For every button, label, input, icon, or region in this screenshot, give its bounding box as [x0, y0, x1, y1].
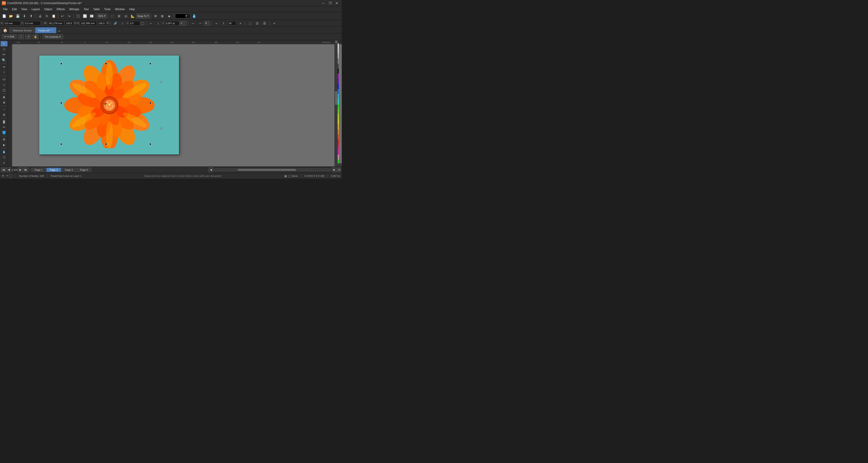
table-tool-button[interactable]: ⊞: [1, 100, 7, 105]
tab-welcome-screen[interactable]: Welcome Screen: [10, 27, 35, 33]
smart-draw-button[interactable]: ✏: [1, 125, 7, 130]
rotation-input[interactable]: [129, 21, 140, 26]
page-canvas[interactable]: [39, 56, 179, 155]
add-tab-button[interactable]: +: [57, 29, 61, 33]
align-nodes-button[interactable]: ☰: [261, 20, 268, 26]
width-input[interactable]: [47, 21, 64, 26]
stroke-width-input[interactable]: [164, 21, 179, 26]
width-pct-input[interactable]: [65, 21, 74, 26]
menu-window[interactable]: Window: [113, 7, 127, 11]
end-cap-button[interactable]: ─: [197, 20, 204, 26]
crop-tool-button[interactable]: ✂: [1, 52, 7, 57]
undo-button[interactable]: ↩: [59, 13, 66, 19]
import-button[interactable]: ⬇: [21, 13, 28, 19]
menu-view[interactable]: View: [19, 7, 29, 11]
export-button[interactable]: ⬆: [28, 13, 34, 19]
polygon-tool-button[interactable]: ⬠: [1, 88, 7, 93]
color-box[interactable]: ▾: [175, 13, 191, 19]
paste-button[interactable]: 📋: [51, 13, 57, 19]
page-tab-4[interactable]: Page 4: [76, 168, 91, 172]
transform-button[interactable]: ↕: [119, 20, 126, 26]
canvas-area[interactable]: 150 100 50 0 50 100 150 200 250 300 350 …: [8, 40, 342, 166]
mesh-fill-button[interactable]: ⊞: [1, 137, 7, 142]
horizontal-thumb[interactable]: [238, 169, 296, 171]
open-button[interactable]: 📂: [8, 13, 14, 19]
snap-view-button[interactable]: ◎: [123, 13, 129, 19]
interactive-fill-button[interactable]: ▓: [1, 119, 7, 124]
fit-contents-button[interactable]: Fit Contents ▾: [43, 34, 63, 39]
menu-edit[interactable]: Edit: [10, 7, 19, 11]
page-tab-2[interactable]: Page 2: [46, 168, 61, 172]
text-tool-button[interactable]: A: [1, 94, 7, 100]
print-button[interactable]: 🖨: [37, 13, 43, 19]
shape-tool-button[interactable]: ⬡: [1, 46, 7, 52]
settings-button[interactable]: ⚙: [152, 13, 159, 19]
eraser-tool-button[interactable]: ⬡: [1, 155, 7, 160]
nib-size-input[interactable]: [228, 21, 236, 26]
mirror-h-button2[interactable]: ↔: [148, 20, 154, 26]
tab-fondo-cdr[interactable]: Fondo.cdr* ✕: [35, 27, 57, 33]
scroll-up-button[interactable]: ▲: [335, 40, 338, 43]
color-eyedropper[interactable]: 💧: [191, 13, 197, 19]
dropper-tool-button[interactable]: 💧: [1, 149, 7, 154]
vertical-scrollbar[interactable]: ▲ ▼: [335, 40, 338, 166]
lock-ratio-button[interactable]: 🔗: [112, 20, 119, 26]
line-end-dropdown[interactable]: ▾: [204, 21, 210, 26]
edit-button[interactable]: ✏ ✏ Edit: [2, 34, 17, 39]
align-button[interactable]: ⬛: [75, 13, 81, 19]
scroll-left-arrow[interactable]: ◀: [209, 167, 213, 172]
menu-object[interactable]: Object: [42, 7, 55, 11]
center-handle[interactable]: [104, 102, 107, 106]
height-pct-input[interactable]: [97, 21, 106, 26]
prev-page-button[interactable]: ◀: [6, 167, 11, 172]
nodes-button[interactable]: ⌁: [213, 20, 219, 26]
copy-button[interactable]: ⎘: [43, 13, 50, 19]
next-page-button[interactable]: ▶: [18, 167, 23, 172]
fit-width-button[interactable]: ⊡: [337, 167, 341, 172]
pdf-button[interactable]: 📰: [88, 13, 95, 19]
frame-button[interactable]: ⬚: [18, 34, 24, 39]
menu-table[interactable]: Table: [91, 7, 102, 11]
extract-button[interactable]: ↗: [25, 34, 31, 39]
zoom-dropdown[interactable]: 50% ▾: [97, 13, 107, 19]
redo-button[interactable]: ↪: [66, 13, 72, 19]
scroll-track[interactable]: [335, 43, 338, 163]
mirror-v-button[interactable]: ↕: [155, 20, 161, 26]
handle-tc[interactable]: [105, 63, 107, 65]
handle-tl[interactable]: [60, 63, 62, 65]
horizontal-scrollbar[interactable]: [214, 168, 331, 171]
ellipse-tool-button[interactable]: ○: [1, 82, 7, 88]
y-coord-input[interactable]: [24, 21, 41, 26]
minimize-button[interactable]: ─: [320, 1, 327, 6]
close-button[interactable]: ✕: [334, 1, 340, 6]
menu-tools[interactable]: Tools: [102, 7, 113, 11]
handle-ml[interactable]: [60, 102, 62, 104]
last-page-button[interactable]: ▶|: [23, 167, 28, 172]
menu-layout[interactable]: Layout: [29, 7, 42, 11]
save-button[interactable]: 💾: [14, 13, 21, 19]
handle-bl[interactable]: [60, 143, 62, 145]
scroll-right-arrow[interactable]: ▶: [332, 167, 337, 172]
menu-text[interactable]: Text: [81, 7, 91, 11]
height-input[interactable]: [80, 21, 97, 26]
bezier-tool-button[interactable]: ⌇: [1, 70, 7, 75]
dimension-tool-button[interactable]: ↔: [1, 107, 7, 112]
scroll-thumb[interactable]: [335, 91, 338, 105]
mirror-h-button[interactable]: ⬜: [82, 13, 88, 19]
smooth-button[interactable]: ⌇: [220, 20, 227, 26]
status-fill-swatch[interactable]: [9, 174, 12, 177]
zoom-page-button[interactable]: ⬚: [109, 13, 116, 19]
zoom-tool-button[interactable]: 🔍: [1, 58, 7, 63]
home-tab[interactable]: 🏠: [1, 27, 9, 33]
lock-button[interactable]: 🔒: [33, 34, 38, 39]
style-button[interactable]: ◈: [166, 13, 172, 19]
connector-tool-button[interactable]: ⊞: [1, 112, 7, 118]
page-tab-3[interactable]: Page 3: [61, 168, 76, 172]
tab-fondo-close[interactable]: ✕: [52, 29, 53, 32]
x-coord-input[interactable]: [3, 21, 20, 26]
menu-file[interactable]: File: [1, 7, 10, 11]
snap-to-dropdown[interactable]: Snap To ▾: [136, 13, 150, 19]
overview-button[interactable]: ⊞: [159, 13, 165, 19]
nib-up-button[interactable]: +: [237, 20, 243, 26]
first-page-button[interactable]: |◀: [1, 167, 6, 172]
